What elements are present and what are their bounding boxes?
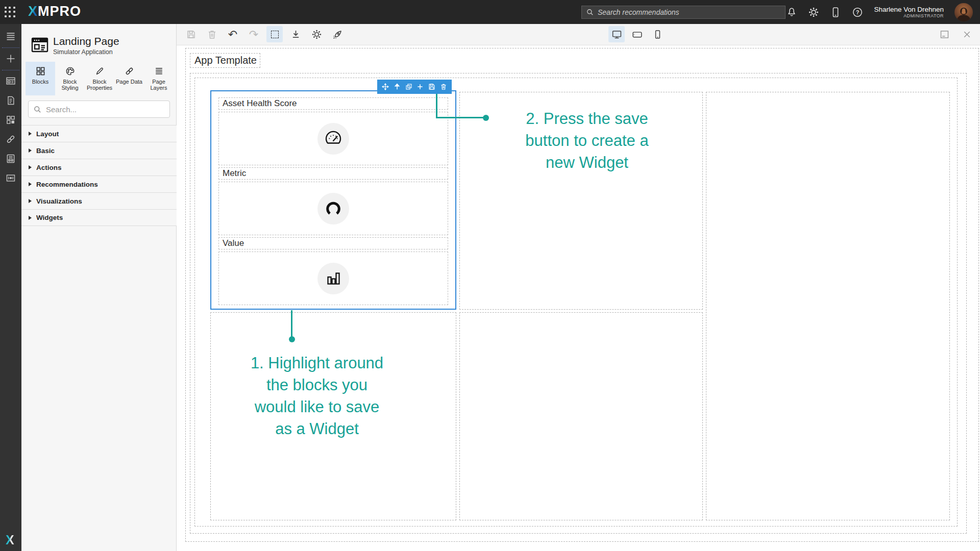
desktop-icon — [611, 29, 622, 40]
download-icon — [290, 29, 301, 40]
annotation-dot — [289, 336, 295, 342]
selected-block-group[interactable]: Asset Health Score Metric Value — [210, 90, 456, 310]
pencil-icon — [95, 66, 105, 76]
page-subtitle: Simulator Application — [53, 48, 113, 56]
link-icon[interactable] — [6, 134, 16, 144]
page-title: Landing Page — [53, 35, 119, 47]
global-search[interactable] — [581, 6, 786, 19]
accordion-basic[interactable]: Basic — [21, 142, 177, 159]
delete-button[interactable] — [204, 26, 220, 42]
tab-page-layers[interactable]: Page Layers — [144, 62, 174, 95]
left-rail: X — [0, 24, 21, 551]
trash-icon — [207, 29, 217, 40]
preview-desktop-button[interactable] — [608, 26, 625, 42]
frame-icon[interactable] — [6, 173, 16, 183]
designer-toolbar: ↶ ↷ — [177, 24, 980, 45]
plus-icon[interactable] — [6, 54, 16, 64]
save-icon — [186, 29, 197, 40]
rocket-icon — [332, 29, 343, 40]
preview-phone-button[interactable] — [649, 26, 666, 42]
gear-icon — [311, 29, 322, 40]
annotation-step1: 1. Highlight around the blocks you would… — [227, 352, 407, 440]
calculator-icon[interactable] — [6, 154, 16, 164]
plus-icon[interactable] — [416, 83, 424, 90]
accordion-actions[interactable]: Actions — [21, 159, 177, 176]
caret-right-icon — [29, 148, 32, 153]
preview-tablet-button[interactable] — [629, 26, 645, 42]
block-placeholder[interactable] — [218, 252, 448, 305]
user-name: Sharlene Von Drehnen — [874, 6, 944, 13]
bell-icon[interactable] — [786, 7, 797, 18]
undo-icon: ↶ — [228, 29, 237, 40]
arrow-up-icon[interactable] — [394, 83, 401, 90]
phone-icon — [652, 29, 663, 40]
window-icon[interactable] — [6, 76, 16, 86]
tab-page-data[interactable]: Page Data — [114, 62, 144, 95]
caret-right-icon — [29, 132, 32, 136]
close-panel-button[interactable] — [959, 26, 975, 42]
accordion-widgets[interactable]: Widgets — [21, 209, 177, 226]
panel-tabs: Blocks Block Styling Block Properties Pa… — [26, 62, 175, 95]
block-label[interactable]: Value — [218, 237, 448, 249]
search-input[interactable] — [598, 8, 780, 16]
empty-cell[interactable] — [459, 312, 703, 520]
undo-button[interactable]: ↶ — [225, 26, 241, 42]
move-icon[interactable] — [382, 83, 389, 90]
tablet-icon — [632, 29, 643, 40]
save-widget-icon[interactable] — [428, 83, 435, 90]
dock-panel-button[interactable] — [936, 26, 952, 42]
dock-panel-icon — [939, 29, 950, 40]
selection-toolbar — [377, 80, 452, 94]
block-label[interactable]: Metric — [218, 167, 448, 180]
left-panel: Landing Page Simulator Application Block… — [21, 24, 177, 551]
app-launcher-icon[interactable] — [5, 7, 16, 18]
download-button[interactable] — [287, 26, 304, 42]
layers-icon — [154, 66, 164, 76]
blocks-icon[interactable] — [6, 115, 16, 125]
blocks-grid-icon — [36, 66, 45, 76]
tab-block-properties[interactable]: Block Properties — [85, 62, 114, 95]
marquee-select-icon — [271, 31, 279, 38]
gear-icon[interactable] — [808, 7, 819, 18]
menu-icon[interactable] — [6, 31, 16, 41]
help-icon[interactable]: ? — [852, 7, 863, 18]
settings-button[interactable] — [308, 26, 325, 42]
blocks-search-input[interactable] — [46, 105, 164, 114]
mobile-icon[interactable] — [830, 7, 841, 18]
rail-separator — [2, 47, 19, 48]
block-placeholder[interactable] — [218, 112, 448, 165]
annotation-dot — [483, 115, 489, 121]
xmpro-logo: XMPRO — [28, 4, 81, 19]
trash-icon[interactable] — [440, 83, 447, 90]
block-placeholder[interactable] — [218, 182, 448, 235]
bar-chart-icon — [324, 269, 342, 288]
accordion-layout[interactable]: Layout — [21, 125, 177, 142]
redo-icon: ↷ — [249, 29, 258, 40]
caret-right-icon — [29, 165, 32, 169]
rail-separator — [2, 70, 19, 70]
user-menu[interactable]: Sharlene Von Drehnen ADMINISTRATOR — [874, 6, 944, 18]
top-bar: XMPRO ? Sharlene Von Drehnen ADMINISTRAT… — [0, 0, 980, 24]
close-icon — [962, 29, 972, 40]
tab-blocks[interactable]: Blocks — [26, 62, 55, 95]
user-role: ADMINISTRATOR — [874, 13, 944, 18]
copy-icon[interactable] — [405, 83, 412, 90]
redo-button[interactable]: ↷ — [246, 26, 262, 42]
tab-block-styling[interactable]: Block Styling — [55, 62, 85, 95]
avatar[interactable] — [954, 3, 973, 21]
blocks-search[interactable] — [28, 101, 170, 118]
marquee-select-button[interactable] — [266, 26, 283, 42]
empty-cell[interactable] — [706, 92, 950, 520]
arc-gauge-icon — [324, 199, 342, 218]
app-template-title[interactable]: App Template — [190, 53, 260, 68]
document-icon[interactable] — [6, 95, 16, 106]
accordion-visualizations[interactable]: Visualizations — [21, 192, 177, 209]
page-icon — [31, 36, 49, 54]
design-canvas[interactable]: App Template Asset Health Score Metric V… — [177, 45, 980, 551]
svg-text:?: ? — [856, 9, 860, 15]
gauge-icon — [324, 130, 342, 148]
publish-button[interactable] — [329, 26, 346, 42]
save-button[interactable] — [183, 26, 199, 42]
accordion-recommendations[interactable]: Recommendations — [21, 176, 177, 192]
block-label[interactable]: Asset Health Score — [218, 97, 448, 110]
